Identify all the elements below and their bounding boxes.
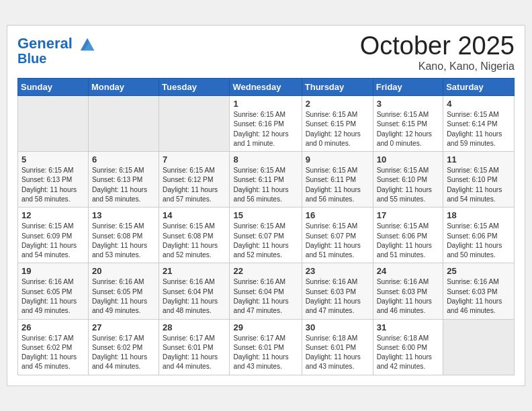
day-number: 24: [377, 266, 439, 276]
calendar-container: General Blue October 2025 Kano, Kano, Ni…: [7, 25, 525, 385]
week-row-0: 1Sunrise: 6:15 AM Sunset: 6:16 PM Daylig…: [18, 96, 515, 152]
day-number: 16: [306, 210, 369, 220]
day-info: Sunrise: 6:16 AM Sunset: 6:03 PM Dayligh…: [306, 277, 369, 316]
day-info: Sunrise: 6:15 AM Sunset: 6:06 PM Dayligh…: [447, 222, 511, 260]
day-number: 21: [163, 266, 226, 276]
day-info: Sunrise: 6:17 AM Sunset: 6:01 PM Dayligh…: [163, 334, 226, 372]
day-cell: 10Sunrise: 6:15 AM Sunset: 6:10 PM Dayli…: [373, 152, 443, 208]
day-cell: 30Sunrise: 6:18 AM Sunset: 6:01 PM Dayli…: [302, 319, 373, 375]
day-info: Sunrise: 6:15 AM Sunset: 6:16 PM Dayligh…: [233, 110, 298, 148]
weekday-tuesday: Tuesday: [159, 79, 230, 96]
day-cell: [88, 96, 159, 152]
month-title: October 2025: [360, 32, 515, 60]
logo: General Blue: [17, 35, 97, 66]
day-info: Sunrise: 6:15 AM Sunset: 6:15 PM Dayligh…: [306, 110, 369, 148]
day-cell: 17Sunrise: 6:15 AM Sunset: 6:06 PM Dayli…: [373, 208, 443, 263]
day-number: 12: [21, 210, 85, 220]
day-info: Sunrise: 6:15 AM Sunset: 6:11 PM Dayligh…: [233, 166, 298, 204]
day-number: 5: [21, 154, 85, 165]
weekday-sunday: Sunday: [18, 79, 89, 96]
day-number: 9: [306, 154, 369, 165]
day-cell: 11Sunrise: 6:15 AM Sunset: 6:10 PM Dayli…: [443, 152, 515, 208]
day-number: 27: [92, 322, 155, 332]
day-cell: 2Sunrise: 6:15 AM Sunset: 6:15 PM Daylig…: [302, 96, 373, 152]
day-info: Sunrise: 6:15 AM Sunset: 6:08 PM Dayligh…: [92, 222, 155, 260]
day-number: 19: [21, 266, 85, 276]
day-info: Sunrise: 6:18 AM Sunset: 6:01 PM Dayligh…: [306, 334, 369, 372]
day-number: 22: [233, 266, 298, 276]
day-cell: 28Sunrise: 6:17 AM Sunset: 6:01 PM Dayli…: [159, 319, 230, 375]
day-number: 18: [447, 210, 511, 220]
day-number: 4: [447, 99, 511, 109]
day-info: Sunrise: 6:15 AM Sunset: 6:15 PM Dayligh…: [377, 110, 439, 148]
day-info: Sunrise: 6:15 AM Sunset: 6:10 PM Dayligh…: [447, 166, 511, 204]
header: General Blue October 2025 Kano, Kano, Ni…: [17, 32, 515, 73]
day-number: 31: [377, 322, 439, 332]
day-number: 26: [21, 322, 85, 332]
day-number: 28: [163, 322, 226, 332]
day-cell: 19Sunrise: 6:16 AM Sunset: 6:05 PM Dayli…: [18, 263, 89, 319]
day-cell: 24Sunrise: 6:16 AM Sunset: 6:03 PM Dayli…: [373, 263, 443, 319]
day-cell: 27Sunrise: 6:17 AM Sunset: 6:02 PM Dayli…: [88, 319, 159, 375]
location: Kano, Kano, Nigeria: [360, 60, 515, 73]
day-number: 8: [233, 154, 298, 165]
day-cell: [159, 96, 230, 152]
day-number: 6: [92, 154, 155, 165]
day-cell: 29Sunrise: 6:17 AM Sunset: 6:01 PM Dayli…: [230, 319, 302, 375]
day-number: 3: [377, 99, 439, 109]
weekday-thursday: Thursday: [302, 79, 373, 96]
day-info: Sunrise: 6:15 AM Sunset: 6:11 PM Dayligh…: [306, 166, 369, 204]
day-cell: 26Sunrise: 6:17 AM Sunset: 6:02 PM Dayli…: [18, 319, 89, 375]
day-cell: 12Sunrise: 6:15 AM Sunset: 6:09 PM Dayli…: [18, 208, 89, 263]
week-row-1: 5Sunrise: 6:15 AM Sunset: 6:13 PM Daylig…: [18, 152, 515, 208]
day-info: Sunrise: 6:15 AM Sunset: 6:07 PM Dayligh…: [306, 222, 369, 260]
day-cell: 16Sunrise: 6:15 AM Sunset: 6:07 PM Dayli…: [302, 208, 373, 263]
title-section: October 2025 Kano, Kano, Nigeria: [360, 32, 515, 73]
day-info: Sunrise: 6:16 AM Sunset: 6:05 PM Dayligh…: [21, 277, 85, 316]
day-info: Sunrise: 6:15 AM Sunset: 6:09 PM Dayligh…: [21, 222, 85, 260]
day-info: Sunrise: 6:15 AM Sunset: 6:13 PM Dayligh…: [21, 166, 85, 204]
day-cell: 22Sunrise: 6:16 AM Sunset: 6:04 PM Dayli…: [230, 263, 302, 319]
calendar-body: 1Sunrise: 6:15 AM Sunset: 6:16 PM Daylig…: [18, 96, 515, 375]
weekday-monday: Monday: [88, 79, 159, 96]
calendar-header: SundayMondayTuesdayWednesdayThursdayFrid…: [18, 79, 515, 96]
day-cell: 13Sunrise: 6:15 AM Sunset: 6:08 PM Dayli…: [88, 208, 159, 263]
day-info: Sunrise: 6:15 AM Sunset: 6:12 PM Dayligh…: [163, 166, 226, 204]
day-info: Sunrise: 6:17 AM Sunset: 6:01 PM Dayligh…: [233, 334, 298, 372]
day-info: Sunrise: 6:16 AM Sunset: 6:04 PM Dayligh…: [163, 277, 226, 316]
day-cell: 5Sunrise: 6:15 AM Sunset: 6:13 PM Daylig…: [18, 152, 89, 208]
day-cell: 4Sunrise: 6:15 AM Sunset: 6:14 PM Daylig…: [443, 96, 515, 152]
day-cell: [18, 96, 89, 152]
day-info: Sunrise: 6:15 AM Sunset: 6:10 PM Dayligh…: [377, 166, 439, 204]
day-info: Sunrise: 6:15 AM Sunset: 6:06 PM Dayligh…: [377, 222, 439, 260]
weekday-saturday: Saturday: [443, 79, 515, 96]
week-row-3: 19Sunrise: 6:16 AM Sunset: 6:05 PM Dayli…: [18, 263, 515, 319]
day-cell: 21Sunrise: 6:16 AM Sunset: 6:04 PM Dayli…: [159, 263, 230, 319]
day-cell: 6Sunrise: 6:15 AM Sunset: 6:13 PM Daylig…: [88, 152, 159, 208]
weekday-header-row: SundayMondayTuesdayWednesdayThursdayFrid…: [18, 79, 515, 96]
day-info: Sunrise: 6:18 AM Sunset: 6:00 PM Dayligh…: [377, 334, 439, 372]
day-cell: [443, 319, 515, 375]
day-cell: 18Sunrise: 6:15 AM Sunset: 6:06 PM Dayli…: [443, 208, 515, 263]
day-info: Sunrise: 6:17 AM Sunset: 6:02 PM Dayligh…: [21, 334, 85, 372]
day-number: 23: [306, 266, 369, 276]
day-cell: 23Sunrise: 6:16 AM Sunset: 6:03 PM Dayli…: [302, 263, 373, 319]
day-number: 1: [233, 99, 298, 109]
day-number: 25: [447, 266, 511, 276]
day-number: 29: [233, 322, 298, 332]
day-cell: 7Sunrise: 6:15 AM Sunset: 6:12 PM Daylig…: [159, 152, 230, 208]
day-number: 7: [163, 154, 226, 165]
day-cell: 20Sunrise: 6:16 AM Sunset: 6:05 PM Dayli…: [88, 263, 159, 319]
week-row-2: 12Sunrise: 6:15 AM Sunset: 6:09 PM Dayli…: [18, 208, 515, 263]
day-number: 14: [163, 210, 226, 220]
day-number: 17: [377, 210, 439, 220]
day-info: Sunrise: 6:17 AM Sunset: 6:02 PM Dayligh…: [92, 334, 155, 372]
day-number: 2: [306, 99, 369, 109]
calendar-grid: SundayMondayTuesdayWednesdayThursdayFrid…: [17, 78, 515, 375]
day-cell: 3Sunrise: 6:15 AM Sunset: 6:15 PM Daylig…: [373, 96, 443, 152]
day-cell: 8Sunrise: 6:15 AM Sunset: 6:11 PM Daylig…: [230, 152, 302, 208]
day-number: 10: [377, 154, 439, 165]
day-info: Sunrise: 6:15 AM Sunset: 6:13 PM Dayligh…: [92, 166, 155, 204]
day-info: Sunrise: 6:15 AM Sunset: 6:14 PM Dayligh…: [447, 110, 511, 148]
day-cell: 31Sunrise: 6:18 AM Sunset: 6:00 PM Dayli…: [373, 319, 443, 375]
